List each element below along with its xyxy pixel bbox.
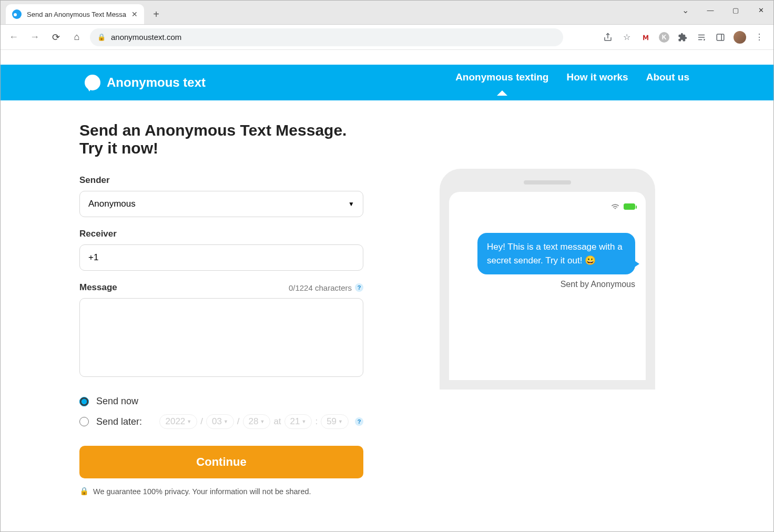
- wifi-icon: [611, 202, 619, 211]
- site-logo[interactable]: Anonymous text: [85, 75, 206, 90]
- tab-search-icon[interactable]: ⌄: [673, 1, 698, 19]
- battery-icon: [624, 203, 635, 210]
- phone-screen: Hey! This is a text message with a secre…: [449, 192, 646, 380]
- schedule-minute[interactable]: 59▼: [321, 414, 349, 429]
- new-tab-button[interactable]: +: [148, 6, 164, 22]
- main-nav: Anonymous texting How it works About us: [455, 71, 689, 94]
- chevron-down-icon: ▼: [348, 200, 354, 208]
- schedule-help-icon[interactable]: ?: [355, 417, 363, 426]
- reading-list-icon[interactable]: [696, 32, 707, 43]
- home-button[interactable]: ⌂: [69, 29, 85, 45]
- phone-preview: Hey! This is a text message with a secre…: [400, 121, 695, 496]
- tab-title: Send an Anonymous Text Messa: [27, 11, 126, 18]
- lock-icon: 🔒: [97, 33, 106, 41]
- schedule-day[interactable]: 28▼: [243, 414, 271, 429]
- send-later-label: Send later:: [96, 416, 142, 427]
- favicon-icon: [12, 9, 22, 19]
- char-counter: 0/1224 characters: [289, 283, 352, 292]
- page-viewport[interactable]: Anonymous text Anonymous texting How it …: [1, 50, 773, 531]
- side-panel-icon[interactable]: [715, 32, 726, 43]
- send-later-radio[interactable]: [79, 417, 89, 426]
- share-icon[interactable]: [602, 32, 614, 43]
- phone-frame: Hey! This is a text message with a secre…: [440, 169, 655, 390]
- schedule-picker: 2022▼ / 03▼ / 28▼ at 21▼ : 59▼ ?: [159, 414, 363, 429]
- send-now-option[interactable]: Send now: [79, 396, 363, 407]
- svg-rect-3: [717, 34, 724, 40]
- send-now-label: Send now: [96, 396, 138, 407]
- send-now-radio[interactable]: [79, 397, 89, 406]
- schedule-year[interactable]: 2022▼: [159, 414, 197, 429]
- message-textarea[interactable]: [79, 298, 363, 377]
- menu-kebab-icon[interactable]: ⋮: [753, 32, 765, 43]
- main-content: Send an Anonymous Text Message. Try it n…: [79, 100, 695, 527]
- speech-bubble-icon: [85, 75, 100, 90]
- k-extension-icon[interactable]: K: [659, 32, 669, 43]
- continue-button[interactable]: Continue: [79, 446, 363, 478]
- send-later-option[interactable]: Send later: 2022▼ / 03▼ / 28▼ at 21▼ : 5…: [79, 414, 363, 429]
- reload-button[interactable]: ⟳: [48, 29, 64, 45]
- preview-message-bubble: Hey! This is a text message with a secre…: [477, 233, 635, 274]
- tab-close-icon[interactable]: ✕: [131, 10, 138, 18]
- page-heading: Send an Anonymous Text Message. Try it n…: [79, 121, 363, 157]
- mcafee-extension-icon[interactable]: ᴍ: [640, 32, 651, 43]
- phone-statusbar: [460, 201, 635, 212]
- phone-speaker: [524, 180, 571, 185]
- schedule-hour[interactable]: 21▼: [284, 414, 312, 429]
- back-button[interactable]: ←: [6, 29, 22, 45]
- receiver-input[interactable]: [79, 244, 363, 271]
- send-form: Send an Anonymous Text Message. Try it n…: [79, 121, 363, 496]
- minimize-button[interactable]: ―: [698, 1, 723, 19]
- message-label: Message 0/1224 characters ?: [79, 282, 363, 293]
- close-window-button[interactable]: ✕: [748, 1, 773, 19]
- titlebar: Send an Anonymous Text Messa ✕ + ⌄ ― ▢ ✕: [1, 1, 773, 25]
- receiver-label: Receiver: [79, 229, 363, 239]
- browser-toolbar: ← → ⟳ ⌂ 🔒 anonymoustext.com ☆ ᴍ K ⋮: [1, 25, 773, 50]
- privacy-text: We guarantee 100% privacy. Your informat…: [93, 487, 311, 496]
- site-header: Anonymous text Anonymous texting How it …: [1, 65, 773, 100]
- sender-value: Anonymous: [88, 199, 136, 209]
- preview-sent-by: Sent by Anonymous: [561, 280, 635, 289]
- nav-how-it-works[interactable]: How it works: [566, 71, 628, 94]
- forward-button[interactable]: →: [27, 29, 43, 45]
- message-label-text: Message: [79, 282, 117, 293]
- browser-window: Send an Anonymous Text Messa ✕ + ⌄ ― ▢ ✕…: [0, 0, 774, 532]
- browser-tab[interactable]: Send an Anonymous Text Messa ✕: [6, 4, 144, 24]
- maximize-button[interactable]: ▢: [723, 1, 748, 19]
- nav-anonymous-texting[interactable]: Anonymous texting: [455, 71, 548, 94]
- sender-label: Sender: [79, 175, 363, 186]
- bookmark-star-icon[interactable]: ☆: [621, 32, 633, 43]
- sender-select[interactable]: Anonymous ▼: [79, 191, 363, 217]
- brand-name: Anonymous text: [107, 75, 206, 90]
- url-text: anonymoustext.com: [111, 33, 556, 42]
- window-controls: ⌄ ― ▢ ✕: [673, 1, 773, 19]
- privacy-note: 🔒 We guarantee 100% privacy. Your inform…: [79, 487, 363, 496]
- help-icon[interactable]: ?: [355, 283, 363, 292]
- lock-icon: 🔒: [79, 487, 89, 496]
- schedule-month[interactable]: 03▼: [206, 414, 234, 429]
- nav-about-us[interactable]: About us: [646, 71, 689, 94]
- profile-avatar[interactable]: [734, 31, 746, 44]
- extensions-puzzle-icon[interactable]: [677, 32, 688, 43]
- address-bar[interactable]: 🔒 anonymoustext.com: [90, 28, 563, 46]
